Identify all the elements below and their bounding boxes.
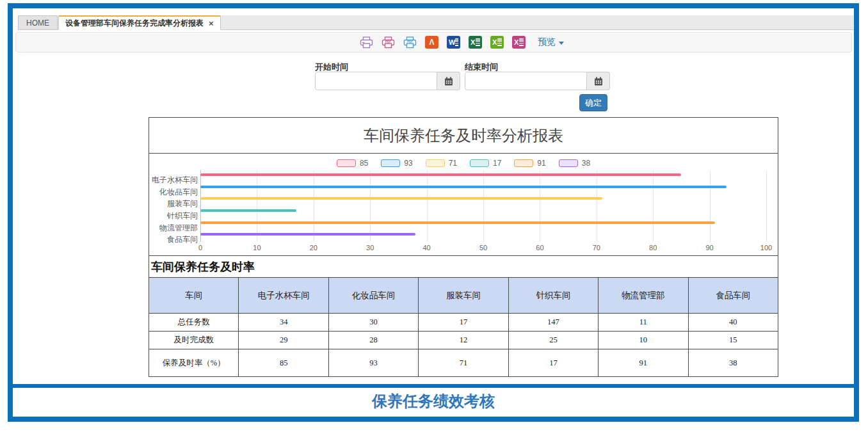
legend-item[interactable]: 17	[470, 159, 501, 168]
legend-item[interactable]: 93	[381, 159, 412, 168]
chevron-down-icon	[559, 42, 564, 45]
maintenance-rate-chart: 85 93 71 17 91 38 0102030405060708090100…	[149, 154, 778, 256]
table-cell: 29	[239, 332, 328, 349]
y-axis-category-label: 服装车间	[152, 200, 198, 207]
x-axis-tick-label: 90	[705, 244, 713, 252]
chart-plot-area	[200, 170, 766, 242]
word-file-icon[interactable]: W	[447, 36, 460, 49]
report-table: 车间电子水杯车间化妆品车间服装车间针织车间物流管理部食品车间总任务数343017…	[149, 277, 778, 377]
start-time-group	[315, 72, 460, 90]
x-axis-tick-label: 100	[760, 244, 772, 252]
tab-home-label: HOME	[26, 19, 49, 28]
x-axis-tick-label: 80	[649, 244, 657, 252]
bar-化妆品车间	[200, 186, 727, 188]
table-cell: 34	[239, 314, 328, 332]
x-axis-tick-label: 30	[366, 244, 374, 252]
table-header-cell: 针织车间	[508, 278, 598, 314]
tab-bar: HOME 设备管理部车间保养任务完成率分析报表 ×	[18, 15, 854, 30]
table-cell: 40	[688, 314, 778, 332]
start-calendar-button[interactable]	[437, 72, 460, 90]
end-calendar-button[interactable]	[587, 72, 610, 90]
table-header-cell: 物流管理部	[599, 278, 688, 314]
x-axis-tick-label: 50	[479, 244, 487, 252]
table-cell: 及时完成数	[149, 332, 239, 349]
toolbar-icons: PDF PDF Λ W X X X 预览	[360, 36, 564, 49]
print-pdf-pink-icon[interactable]: PDF	[382, 36, 395, 49]
table-cell: 93	[328, 349, 418, 377]
legend-swatch	[426, 159, 445, 167]
bar-食品车间	[200, 233, 415, 236]
table-cell: 91	[599, 349, 688, 377]
svg-text:PDF: PDF	[385, 40, 391, 44]
end-time-input[interactable]	[465, 72, 587, 90]
start-time-input[interactable]	[315, 72, 437, 90]
toolbar: PDF PDF Λ W X X X 预览	[15, 32, 852, 52]
table-cell: 30	[328, 314, 418, 332]
table-cell: 10	[599, 332, 688, 349]
table-row: 总任务数3430171471140	[149, 314, 778, 332]
grid-line	[257, 170, 257, 242]
table-cell: 11	[599, 314, 688, 332]
tab-home[interactable]: HOME	[18, 15, 58, 30]
svg-text:PDF: PDF	[407, 40, 413, 44]
legend-swatch	[470, 159, 489, 167]
table-cell: 17	[419, 314, 508, 332]
excel-file-icon-green[interactable]: X	[490, 36, 504, 49]
table-header-row: 车间电子水杯车间化妆品车间服装车间针织车间物流管理部食品车间	[149, 278, 778, 314]
table-cell: 28	[328, 332, 418, 349]
x-axis-tick-label: 10	[253, 244, 261, 252]
y-axis-category-label: 化妆品车间	[152, 188, 198, 196]
legend-label: 38	[582, 159, 590, 168]
confirm-button[interactable]: 确定	[579, 94, 607, 111]
legend-swatch	[337, 159, 356, 167]
grid-line	[766, 170, 767, 242]
excel-file-icon-pink[interactable]: X	[512, 36, 526, 49]
legend-swatch	[381, 159, 400, 167]
pdf-file-icon[interactable]: Λ	[425, 36, 438, 49]
legend-label: 17	[493, 159, 501, 168]
close-icon[interactable]: ×	[209, 19, 214, 28]
table-cell: 85	[239, 349, 328, 377]
end-time-group	[465, 72, 610, 90]
table-cell: 总任务数	[149, 314, 239, 332]
report-container: 车间保养任务及时率分析报表 85 93 71 17 91 38 01020304…	[149, 117, 778, 377]
table-header-cell: 车间	[149, 278, 239, 314]
table-cell: 17	[508, 349, 598, 377]
grid-line	[427, 170, 428, 242]
tab-report[interactable]: 设备管理部车间保养任务完成率分析报表 ×	[58, 15, 221, 30]
y-axis-category-label: 针织车间	[152, 212, 198, 220]
footer-title: 保养任务绩效考核	[13, 391, 854, 412]
preview-label: 预览	[538, 36, 556, 48]
legend-item[interactable]: 38	[559, 159, 590, 168]
calendar-icon	[444, 77, 453, 86]
grid-line	[483, 170, 484, 242]
footer-divider	[13, 384, 854, 388]
table-cell: 25	[508, 332, 598, 349]
table-row: 及时完成数292812251015	[149, 332, 778, 349]
table-cell: 38	[688, 349, 778, 377]
legend-label: 85	[360, 159, 368, 168]
legend-item[interactable]: 85	[337, 159, 368, 168]
legend-swatch	[514, 159, 533, 167]
preview-dropdown[interactable]: 预览	[538, 36, 564, 48]
excel-file-icon-dark[interactable]: X	[469, 36, 482, 49]
table-cell: 保养及时率（%）	[149, 349, 239, 377]
y-axis-category-label: 物流管理部	[152, 224, 198, 232]
x-axis-tick-label: 60	[536, 244, 543, 252]
table-cell: 15	[688, 332, 778, 349]
grid-line	[314, 170, 314, 242]
bar-物流管理部	[200, 221, 715, 224]
x-axis-tick-label: 20	[310, 244, 317, 252]
tab-report-label: 设备管理部车间保养任务完成率分析报表	[65, 18, 204, 29]
print-pdf-blue-icon[interactable]: PDF	[403, 36, 417, 49]
y-axis-category-label: 电子水杯车间	[152, 176, 198, 184]
bar-电子水杯车间	[200, 173, 681, 176]
legend-item[interactable]: 91	[514, 159, 545, 168]
table-row: 保养及时率（%）859371179138	[149, 349, 778, 377]
legend-label: 91	[537, 159, 545, 168]
print-icon[interactable]	[360, 36, 373, 49]
y-axis-category-label: 食品车间	[152, 236, 198, 243]
table-header-cell: 电子水杯车间	[239, 278, 328, 314]
table-cell: 147	[508, 314, 598, 332]
legend-item[interactable]: 71	[426, 159, 457, 168]
